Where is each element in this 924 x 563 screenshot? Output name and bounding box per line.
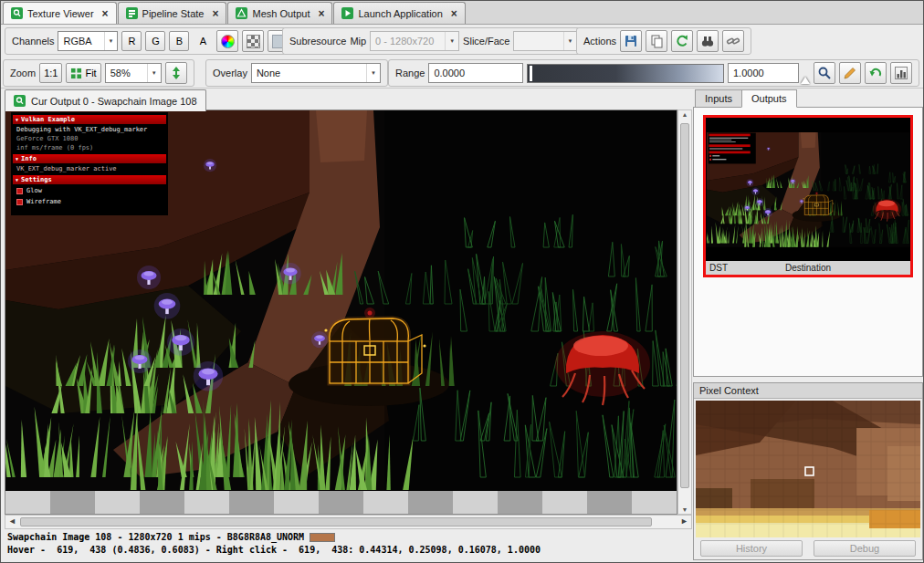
channels-group: Channels RGBA ▼ R G B A xyxy=(5,27,297,55)
zoom-group: Zoom 1:1 Fit 58% ▼ xyxy=(3,59,194,87)
pixel-context-title: Pixel Context xyxy=(694,383,922,399)
horizontal-scrollbar[interactable]: ◄ ► xyxy=(5,515,692,529)
tab-cur-output[interactable]: Cur Output 0 - Swapchain Image 108 xyxy=(5,89,206,111)
channel-alpha-button[interactable]: A xyxy=(193,31,213,51)
histogram-button[interactable] xyxy=(890,62,912,84)
channel-green-button[interactable]: G xyxy=(145,31,165,51)
overlay-line: inf ms/frame (0 fps) xyxy=(11,143,168,152)
texture-canvas[interactable]: ▼Vulkan Example Debugging with VK_EXT_de… xyxy=(5,109,677,515)
status-line-texture: Swapchain Image 108 - 1280x720 1 mips - … xyxy=(7,532,335,542)
slice-face-select[interactable]: ▼ xyxy=(513,31,577,51)
tab-label: Pipeline State xyxy=(142,8,205,19)
tab-mesh-output[interactable]: Mesh Output × xyxy=(227,2,332,24)
io-tabs: Inputs Outputs xyxy=(695,89,796,108)
subresource-label: Subresource xyxy=(289,36,346,47)
autofit-range-button[interactable] xyxy=(839,62,861,84)
output-thumbnail[interactable]: DST Destination xyxy=(703,115,913,277)
close-icon[interactable]: × xyxy=(212,7,218,20)
goto-location-button[interactable] xyxy=(697,30,719,52)
thumbnail-caption: DST Destination xyxy=(706,261,910,275)
overlay-group: Overlay None ▼ xyxy=(205,59,388,87)
chevron-down-icon: ▼ xyxy=(104,32,118,50)
tab-icon xyxy=(11,7,23,19)
actions-group: Actions xyxy=(576,27,751,55)
flip-vertical-button[interactable] xyxy=(165,62,187,84)
viewer-tab-label: Cur Output 0 - Swapchain Image 108 xyxy=(31,96,197,107)
histogram-icon xyxy=(894,66,908,80)
alpha-background-button[interactable] xyxy=(242,30,264,52)
overlay-line: GeForce GTX 1080 xyxy=(11,134,168,143)
zoom-value-combo[interactable]: 58% ▼ xyxy=(105,63,162,83)
channels-select[interactable]: RGBA ▼ xyxy=(58,31,118,51)
status-line-hover: Hover - 619, 438 (0.4836, 0.6083) - Righ… xyxy=(7,545,541,555)
collapse-icon: ▼ xyxy=(16,155,18,162)
save-icon xyxy=(624,34,638,48)
vertical-scrollbar-thumb[interactable] xyxy=(680,123,689,488)
tab-label: Launch Application xyxy=(358,8,442,19)
pixel-context-buttons: History Debug xyxy=(694,540,922,557)
zoom-label: Zoom xyxy=(10,68,36,78)
thumbnail-name: Destination xyxy=(785,263,831,273)
close-icon[interactable]: × xyxy=(102,7,109,20)
range-min-input[interactable]: 0.0000 xyxy=(428,63,523,83)
channel-red-button[interactable]: R xyxy=(121,31,142,51)
zoom-1to1-button[interactable]: 1:1 xyxy=(39,63,62,83)
tab-icon xyxy=(341,7,353,19)
range-max-input[interactable]: 1.0000 xyxy=(728,63,799,83)
tab-texture-viewer[interactable]: Texture Viewer × xyxy=(3,2,117,24)
tab-label: Mesh Output xyxy=(252,8,310,19)
overlay-title-bar: ▼Vulkan Example xyxy=(13,115,166,124)
overlay-select[interactable]: None ▼ xyxy=(251,63,381,83)
range-slider[interactable] xyxy=(527,64,724,83)
save-button[interactable] xyxy=(620,30,642,52)
tab-icon xyxy=(236,7,247,19)
actions-label: Actions xyxy=(583,36,616,47)
tab-label: Texture Viewer xyxy=(27,8,94,19)
range-group: Range 0.0000 1.0000 xyxy=(388,59,919,87)
scroll-left-icon[interactable]: ◄ xyxy=(8,516,16,526)
updown-arrows-icon xyxy=(169,66,184,80)
overlay-checkbox-glow: Glow xyxy=(11,185,168,196)
tab-pipeline-state[interactable]: Pipeline State × xyxy=(118,2,227,24)
link-icon xyxy=(726,34,740,48)
color-wheel-icon xyxy=(221,35,235,48)
scroll-down-icon[interactable]: ▼ xyxy=(678,506,691,513)
channel-blue-button[interactable]: B xyxy=(169,31,189,51)
pixel-context-view[interactable] xyxy=(696,401,920,537)
vertical-scrollbar[interactable]: ▲ ▼ xyxy=(677,109,692,515)
collapse-icon: ▼ xyxy=(16,176,18,183)
outputs-panel: DST Destination xyxy=(693,107,923,377)
tab-inputs[interactable]: Inputs xyxy=(695,89,742,108)
chevron-down-icon: ▼ xyxy=(445,32,458,50)
copy-button[interactable] xyxy=(646,30,667,52)
checkbox-icon xyxy=(16,188,23,194)
range-black-point-handle[interactable] xyxy=(530,66,532,81)
mip-select[interactable]: 0 - 1280x720 ▼ xyxy=(370,31,459,51)
hover-color-swatch xyxy=(310,533,335,542)
debug-button[interactable]: Debug xyxy=(814,540,916,557)
tab-icon xyxy=(14,95,26,107)
pencil-icon xyxy=(843,66,857,80)
thumbnail-slot: DST xyxy=(709,263,728,273)
reset-range-button[interactable] xyxy=(865,62,887,84)
overlay-line: VK_EXT_debug_marker active xyxy=(11,164,168,173)
close-icon[interactable]: × xyxy=(451,7,457,20)
scroll-up-icon[interactable]: ▲ xyxy=(678,111,691,118)
zoom-fit-button[interactable]: Fit xyxy=(66,63,100,83)
overlay-label: Overlay xyxy=(213,68,247,78)
gamma-button[interactable] xyxy=(216,30,238,52)
tab-outputs[interactable]: Outputs xyxy=(741,89,797,108)
collapse-icon: ▼ xyxy=(16,116,18,123)
open-texture-list-button[interactable] xyxy=(671,30,693,52)
close-icon[interactable]: × xyxy=(318,7,324,20)
scroll-right-icon[interactable]: ► xyxy=(680,516,688,526)
horizontal-scrollbar-thumb[interactable] xyxy=(20,517,652,527)
viewer-tabstrip: Cur Output 0 - Swapchain Image 108 xyxy=(1,89,692,110)
zoom-range-button[interactable] xyxy=(814,62,835,84)
range-white-point-marker[interactable] xyxy=(801,77,810,84)
tab-launch-application[interactable]: Launch Application × xyxy=(333,2,465,24)
history-button[interactable]: History xyxy=(700,540,803,557)
renderdoc-window: Texture Viewer × Pipeline State × Mesh O… xyxy=(0,0,924,563)
resource-link-button[interactable] xyxy=(722,30,744,52)
overlay-line: Debugging with VK_EXT_debug_marker xyxy=(11,125,168,134)
